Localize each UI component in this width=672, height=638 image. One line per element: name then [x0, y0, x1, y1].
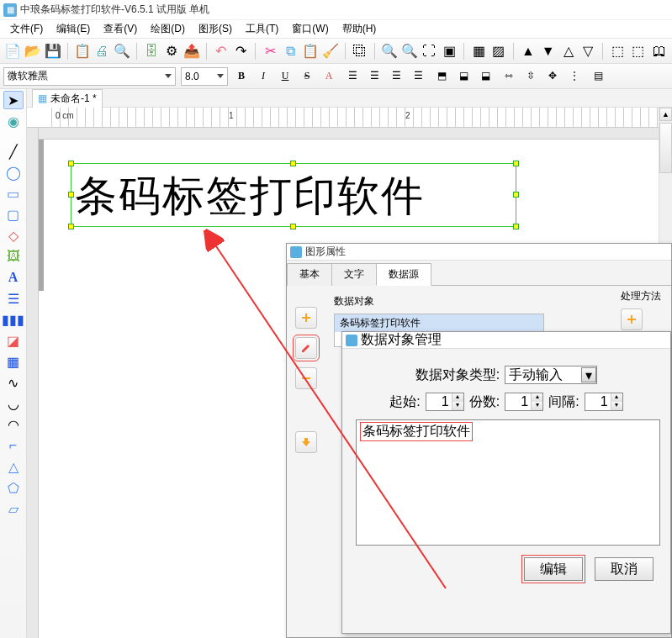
underline-icon[interactable]: U	[275, 67, 295, 86]
menu-tool[interactable]: 工具(T)	[239, 22, 285, 36]
polyline-tool-icon[interactable]: ⌐	[3, 436, 24, 455]
text-tool-icon[interactable]: A	[3, 268, 24, 287]
align-right-icon[interactable]: ☰	[386, 67, 406, 86]
menu-help[interactable]: 帮助(H)	[336, 22, 384, 36]
tab-basic[interactable]: 基本	[287, 263, 332, 286]
forward-icon[interactable]: △	[559, 42, 578, 61]
new-icon[interactable]: 📄	[3, 42, 22, 61]
table-tool-icon[interactable]: ▦	[3, 352, 24, 371]
value-textarea[interactable]: 条码标签打印软件	[356, 419, 660, 546]
valign-mid-icon[interactable]: ⬓	[453, 67, 474, 86]
menu-edit[interactable]: 编辑(E)	[50, 22, 97, 36]
menu-window[interactable]: 窗口(W)	[285, 22, 335, 36]
redo-icon[interactable]: ↷	[232, 42, 251, 61]
align-justify-icon[interactable]: ☰	[408, 67, 428, 86]
resize-handle-ne[interactable]	[513, 161, 519, 166]
add-process-button[interactable]	[621, 308, 643, 330]
start-input[interactable]: 1▴▾	[426, 393, 464, 411]
settings-icon[interactable]: ⚙	[162, 42, 181, 61]
bezier-tool-icon[interactable]: ◠	[3, 415, 24, 434]
help-icon[interactable]: 🕮	[650, 42, 669, 61]
arc-tool-icon[interactable]: ◡	[3, 394, 24, 413]
diamond-tool-icon[interactable]: ◇	[3, 226, 24, 245]
resize-handle-s[interactable]	[290, 224, 296, 229]
gap-input[interactable]: 1▴▾	[585, 393, 623, 411]
resize-handle-w[interactable]	[68, 192, 74, 198]
more-icon[interactable]: ⋮	[564, 67, 585, 86]
font-size-select[interactable]: 8.0	[181, 67, 228, 86]
selected-object[interactable]: 条码标签打印软件	[71, 163, 516, 227]
edit-button[interactable]	[295, 337, 317, 359]
font-color-icon[interactable]: A	[319, 67, 339, 86]
menu-graphic[interactable]: 图形(S)	[192, 22, 239, 36]
valign-top-icon[interactable]: ⬒	[431, 67, 452, 86]
properties-dialog-title[interactable]: 图形属性	[287, 244, 671, 261]
menu-view[interactable]: 查看(V)	[97, 22, 144, 36]
image-tool-icon[interactable]: 🖼	[3, 247, 24, 266]
scroll-thumb[interactable]	[659, 123, 672, 173]
barcode-tool-icon[interactable]: ▮▮▮	[3, 310, 24, 329]
font-family-select[interactable]: 微软雅黑	[3, 67, 176, 86]
group-icon[interactable]: ⬚	[608, 42, 627, 61]
italic-icon[interactable]: I	[253, 67, 273, 86]
zoom-fit-icon[interactable]: ⛶	[420, 42, 438, 61]
roundrect-tool-icon[interactable]: ▢	[3, 205, 24, 224]
front-icon[interactable]: ▲	[519, 42, 537, 61]
back-icon[interactable]: ▼	[539, 42, 558, 61]
curve-tool-icon[interactable]: ∿	[3, 373, 24, 392]
zoom-100-icon[interactable]: ▣	[440, 42, 458, 61]
resize-handle-nw[interactable]	[68, 161, 74, 166]
export-icon[interactable]: 📤	[183, 42, 201, 61]
resize-handle-e[interactable]	[513, 192, 519, 198]
backward-icon[interactable]: ▽	[579, 42, 597, 61]
dist-h-icon[interactable]: ⇿	[499, 67, 519, 86]
richtext-tool-icon[interactable]: ☰	[3, 289, 24, 308]
database-icon[interactable]: 🗄	[142, 42, 161, 61]
qrcode-tool-icon[interactable]: ◪	[3, 331, 24, 350]
resize-handle-se[interactable]	[513, 224, 519, 229]
panel-icon[interactable]: ▤	[588, 67, 608, 86]
scroll-up-icon[interactable]: ▲	[659, 108, 672, 121]
align-left-icon[interactable]: ☰	[342, 67, 362, 86]
parallelogram-tool-icon[interactable]: ▱	[3, 499, 24, 518]
ellipse-tool-icon[interactable]: ◯	[3, 163, 24, 182]
dist-v-icon[interactable]: ⇳	[521, 67, 541, 86]
print-preview-icon[interactable]: 🔍	[113, 42, 131, 61]
remove-button[interactable]	[295, 367, 317, 389]
triangle-tool-icon[interactable]: △	[3, 457, 24, 476]
count-input[interactable]: 1▴▾	[505, 393, 543, 411]
pointer-tool-icon[interactable]: ➤	[3, 91, 24, 109]
zoom-in-icon[interactable]: 🔍	[380, 42, 399, 61]
menu-draw[interactable]: 绘图(D)	[144, 22, 192, 36]
ungroup-icon[interactable]: ⬚	[628, 42, 647, 61]
save-icon[interactable]: 💾	[44, 42, 62, 61]
tab-text[interactable]: 文字	[331, 263, 377, 286]
open-icon[interactable]: 📂	[24, 42, 42, 61]
line-tool-icon[interactable]: ╱	[3, 142, 24, 161]
data-manager-title[interactable]: 数据对象管理	[342, 332, 670, 349]
edit-confirm-button[interactable]: 编辑	[524, 557, 583, 581]
rect-tool-icon[interactable]: ▭	[3, 184, 24, 203]
print-icon[interactable]: 🖨	[93, 42, 111, 61]
centerize-icon[interactable]: ✥	[542, 67, 563, 86]
grid-icon[interactable]: ▦	[469, 42, 488, 61]
cut-icon[interactable]: ✂	[261, 42, 279, 61]
paste-icon[interactable]: 📋	[301, 42, 320, 61]
document-tab[interactable]: ▦ 未命名-1 *	[32, 89, 103, 108]
valign-bot-icon[interactable]: ⬓	[475, 67, 495, 86]
move-down-button[interactable]	[295, 431, 317, 453]
resize-handle-n[interactable]	[290, 161, 296, 166]
add-button[interactable]	[295, 307, 317, 329]
type-select[interactable]: 手动输入 ▾	[505, 366, 597, 384]
delete-icon[interactable]: 🧹	[321, 42, 340, 61]
copy-icon[interactable]: ⧉	[281, 42, 299, 61]
pan-tool-icon[interactable]: ◉	[3, 112, 24, 130]
cancel-button[interactable]: 取消	[595, 557, 653, 581]
undo-icon[interactable]: ↶	[212, 42, 230, 61]
strike-icon[interactable]: S	[297, 67, 317, 86]
bold-icon[interactable]: B	[231, 67, 251, 86]
resize-handle-sw[interactable]	[68, 224, 74, 229]
zoom-out-icon[interactable]: 🔍	[400, 42, 419, 61]
snap-icon[interactable]: ▨	[489, 42, 508, 61]
page-setup-icon[interactable]: 📋	[73, 42, 92, 61]
